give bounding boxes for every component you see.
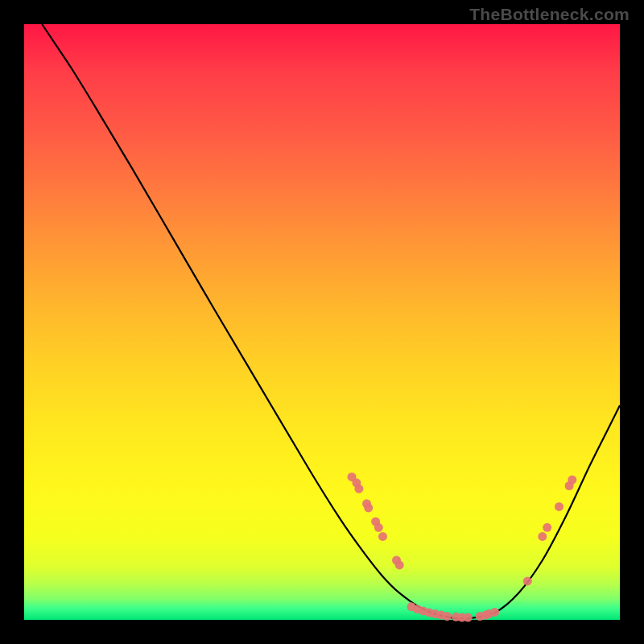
data-point [464,613,473,622]
data-point [378,532,387,541]
data-point [490,608,499,617]
data-points-group [348,473,577,622]
data-point [374,523,383,532]
data-point [543,523,551,532]
data-point [395,560,404,569]
data-point [555,502,564,511]
chart-plot-area [24,24,620,620]
bottleneck-curve [42,24,620,618]
data-point [443,612,452,621]
data-point [568,476,576,485]
data-point [538,532,547,541]
watermark-text: TheBottleneck.com [469,5,630,24]
chart-svg [24,24,620,620]
data-point [523,576,532,585]
data-point [354,485,363,493]
data-point [364,503,373,512]
